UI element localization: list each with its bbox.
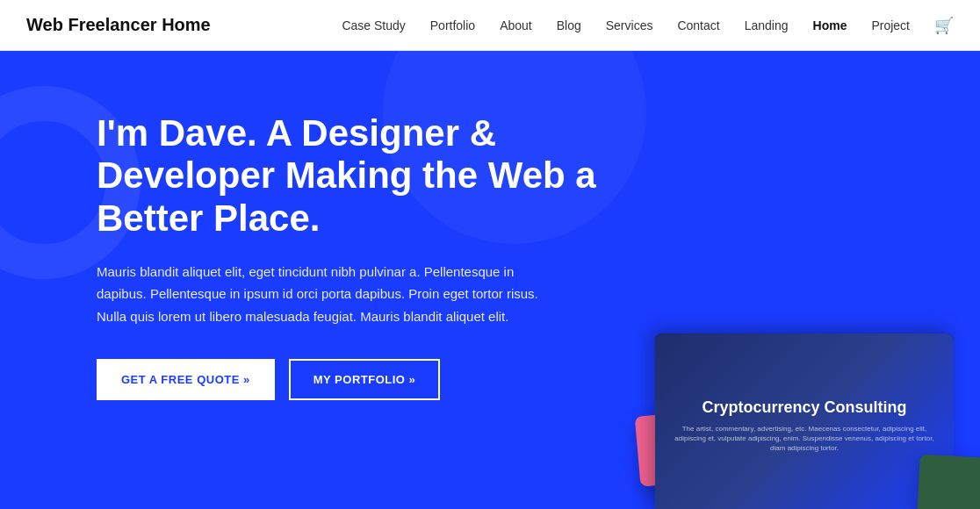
screen-title: Cryptocurrency Consulting — [702, 398, 906, 417]
hero-content: I'm Dave. A Designer & Developer Making … — [0, 51, 597, 400]
get-quote-button[interactable]: GET A FREE QUOTE » — [97, 359, 275, 400]
portfolio-button[interactable]: MY PORTFOLIO » — [289, 359, 441, 400]
nav-item-cart[interactable]: 🛒 — [934, 16, 954, 35]
screen-content: Cryptocurrency Consulting The artist, co… — [655, 333, 954, 509]
nav-item-case-study[interactable]: Case Study — [342, 18, 405, 33]
nav-item-home[interactable]: Home — [813, 18, 847, 33]
hero-visual: Cryptocurrency Consulting The artist, co… — [664, 325, 980, 509]
screen-text: The artist, commentary, advertising, etc… — [673, 424, 936, 454]
hero-section: I'm Dave. A Designer & Developer Making … — [0, 51, 980, 509]
navbar: Web Freelancer Home Case Study Portfolio… — [0, 0, 980, 51]
laptop-screen: Cryptocurrency Consulting The artist, co… — [655, 333, 954, 509]
hero-heading: I'm Dave. A Designer & Developer Making … — [97, 112, 597, 240]
green-card — [917, 455, 980, 509]
nav-item-about[interactable]: About — [500, 18, 532, 33]
nav-item-landing[interactable]: Landing — [745, 18, 789, 33]
nav-links: Case Study Portfolio About Blog Services… — [342, 16, 954, 35]
laptop-mockup: Cryptocurrency Consulting The artist, co… — [664, 325, 980, 509]
nav-item-blog[interactable]: Blog — [557, 18, 581, 33]
nav-item-project[interactable]: Project — [871, 18, 910, 33]
hero-buttons: GET A FREE QUOTE » MY PORTFOLIO » — [97, 359, 597, 400]
hero-subtext: Mauris blandit aliquet elit, eget tincid… — [97, 261, 553, 328]
brand-logo[interactable]: Web Freelancer Home — [26, 15, 211, 35]
nav-item-contact[interactable]: Contact — [677, 18, 719, 33]
nav-item-portfolio[interactable]: Portfolio — [430, 18, 475, 33]
cart-icon[interactable]: 🛒 — [934, 17, 954, 34]
nav-item-services[interactable]: Services — [606, 18, 653, 33]
